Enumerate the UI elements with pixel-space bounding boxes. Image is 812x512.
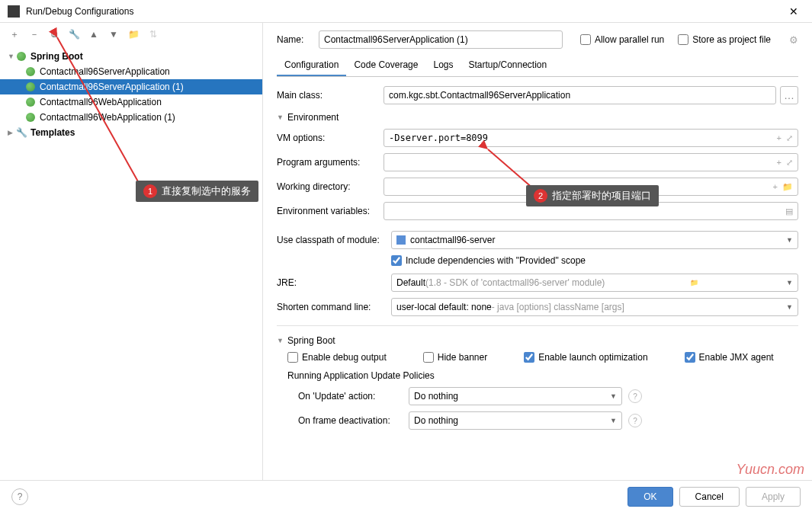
gear-icon[interactable]: ⚙	[789, 34, 798, 46]
add-icon[interactable]: ＋	[8, 27, 21, 41]
classpath-dropdown[interactable]: contactmall96-server▼	[391, 231, 798, 249]
frame-deact-label: On frame deactivation:	[298, 415, 409, 426]
launch-opt-checkbox[interactable]: Enable launch optimization	[524, 352, 647, 363]
expand-icon[interactable]: ⤢	[786, 133, 793, 143]
hide-banner-checkbox[interactable]: Hide banner	[423, 352, 487, 363]
jre-dropdown[interactable]: Default (1.8 - SDK of 'contactmall96-ser…	[391, 274, 798, 292]
name-label: Name:	[277, 34, 319, 45]
args-input[interactable]: +⤢	[384, 153, 798, 171]
folder-small-icon[interactable]: 📁	[782, 182, 793, 192]
main-class-input[interactable]	[384, 86, 776, 104]
list-icon[interactable]: ▤	[785, 206, 793, 216]
workdir-label: Working directory:	[277, 181, 384, 192]
shorten-dropdown[interactable]: user-local default: none - java [options…	[391, 298, 798, 316]
tabs: Configuration Code Coverage Logs Startup…	[277, 55, 798, 77]
remove-icon[interactable]: －	[27, 27, 41, 41]
help-icon[interactable]: ?	[628, 389, 642, 403]
expand-icon[interactable]: ⤢	[786, 158, 793, 168]
vm-options-input[interactable]: -Dserver.port=8099+⤢	[384, 129, 798, 147]
watermark: Yuucn.com	[737, 462, 804, 478]
footer: ? OK Cancel Apply	[0, 480, 812, 512]
folder-icon[interactable]: 📁	[127, 27, 140, 41]
copy-icon[interactable]: ⧉	[47, 27, 61, 41]
sort-icon[interactable]: ⇅	[146, 27, 160, 41]
name-input[interactable]	[319, 30, 563, 49]
env-section-header[interactable]: ▼Environment	[277, 112, 798, 123]
down-icon[interactable]: ▼	[107, 27, 120, 41]
jre-label: JRE:	[277, 277, 391, 288]
policies-label: Running Application Update Policies	[277, 370, 798, 381]
config-tree: ▼ Spring Boot Contactmall96ServerApplica…	[0, 46, 262, 480]
wrench-icon[interactable]: 🔧	[67, 27, 81, 41]
up-icon[interactable]: ▲	[87, 27, 101, 41]
update-action-dropdown[interactable]: Do nothing▼	[409, 387, 622, 405]
jmx-agent-checkbox[interactable]: Enable JMX agent	[685, 352, 774, 363]
tree-spring-boot[interactable]: ▼ Spring Boot	[0, 49, 262, 64]
update-action-label: On 'Update' action:	[298, 391, 409, 402]
add-small-icon[interactable]: +	[777, 158, 782, 168]
allow-parallel-checkbox[interactable]: Allow parallel run	[580, 34, 664, 45]
add-small-icon[interactable]: +	[773, 182, 778, 192]
tab-coverage[interactable]: Code Coverage	[346, 55, 425, 76]
include-deps-checkbox[interactable]: Include dependencies with "Provided" sco…	[391, 255, 785, 266]
add-small-icon[interactable]: +	[777, 133, 782, 143]
classpath-label: Use classpath of module:	[277, 235, 391, 245]
annotation-2: 2指定部署时的项目端口	[526, 185, 659, 206]
titlebar: Run/Debug Configurations ✕	[0, 0, 812, 23]
tree-item-selected[interactable]: Contactmall96ServerApplication (1)	[0, 79, 262, 94]
module-icon	[396, 235, 406, 245]
content-panel: Name: Allow parallel run Store as projec…	[263, 23, 812, 480]
tab-configuration[interactable]: Configuration	[277, 55, 346, 76]
debug-output-checkbox[interactable]: Enable debug output	[287, 352, 387, 363]
tree-item[interactable]: Contactmall96WebApplication (1)	[0, 110, 262, 125]
apply-button[interactable]: Apply	[746, 487, 801, 507]
close-icon[interactable]: ✕	[783, 2, 804, 21]
vm-options-label: VM options:	[277, 133, 384, 143]
cancel-button[interactable]: Cancel	[679, 487, 740, 507]
springboot-section-header[interactable]: ▼Spring Boot	[277, 335, 798, 346]
ok-button[interactable]: OK	[627, 487, 672, 507]
window-title: Run/Debug Configurations	[26, 6, 783, 17]
store-project-checkbox[interactable]: Store as project file	[678, 34, 771, 45]
tree-item[interactable]: Contactmall96WebApplication	[0, 94, 262, 110]
help-icon[interactable]: ?	[628, 414, 642, 427]
help-button[interactable]: ?	[11, 488, 28, 505]
app-icon	[8, 5, 20, 18]
main-class-label: Main class:	[277, 90, 384, 101]
tab-startup[interactable]: Startup/Connection	[461, 55, 554, 76]
annotation-1: 1直接复制选中的服务	[136, 181, 258, 202]
tree-item[interactable]: Contactmall96ServerApplication	[0, 64, 262, 79]
frame-deact-dropdown[interactable]: Do nothing▼	[409, 411, 622, 430]
shorten-label: Shorten command line:	[277, 302, 391, 312]
sidebar-toolbar: ＋ － ⧉ 🔧 ▲ ▼ 📁 ⇅	[0, 23, 262, 46]
tree-templates[interactable]: ▶🔧 Templates	[0, 125, 262, 140]
sidebar: ＋ － ⧉ 🔧 ▲ ▼ 📁 ⇅ ▼ Spring Boot Contactmal…	[0, 23, 263, 480]
tab-logs[interactable]: Logs	[425, 55, 461, 76]
browse-main-class-button[interactable]: …	[780, 86, 798, 104]
envvar-label: Environment variables:	[277, 206, 384, 216]
args-label: Program arguments:	[277, 157, 384, 168]
